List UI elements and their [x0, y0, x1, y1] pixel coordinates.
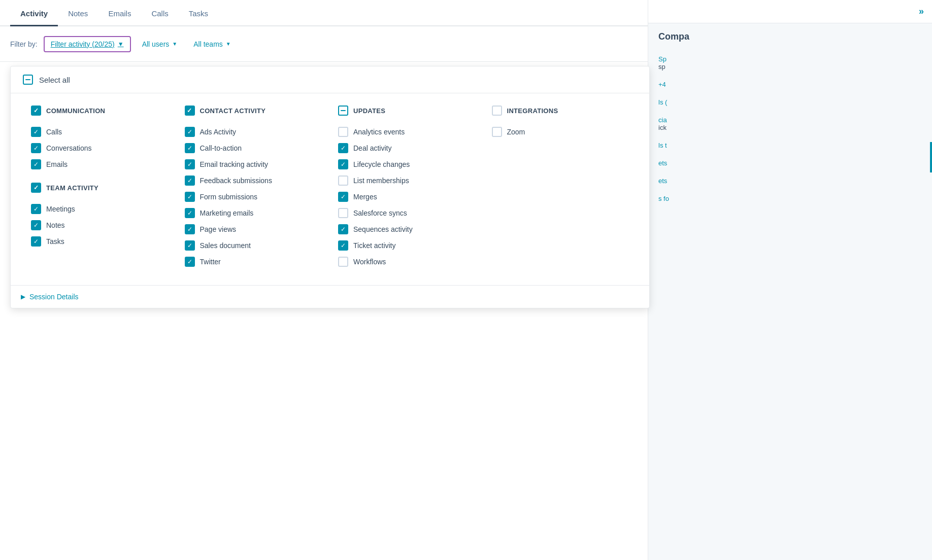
email-tracking-label: Email tracking activity: [200, 160, 269, 168]
communication-column: ✓ COMMUNICATION ✓ Calls ✓ Conversations …: [23, 106, 177, 270]
notes-label: Notes: [46, 221, 65, 229]
filter-activity-label: Filter activity (20/25): [51, 40, 115, 48]
sidebar-right-item: +4: [648, 76, 932, 93]
integrations-column: INTEGRATIONS Zoom: [484, 106, 638, 270]
tab-notes[interactable]: Notes: [58, 1, 98, 26]
session-details-label: Session Details: [29, 293, 79, 301]
list-item[interactable]: ✓ Call-to-action: [185, 140, 322, 156]
lifecycle-changes-label: Lifecycle changes: [353, 160, 410, 168]
updates-checkbox[interactable]: [338, 106, 348, 116]
ticket-activity-label: Ticket activity: [353, 241, 396, 250]
list-item[interactable]: ✓ Deal activity: [338, 140, 476, 156]
list-item[interactable]: ✓ Marketing emails: [185, 205, 322, 221]
list-item[interactable]: Workflows: [338, 254, 476, 270]
list-item[interactable]: ✓ Twitter: [185, 254, 322, 270]
list-memberships-checkbox[interactable]: [338, 176, 348, 186]
list-item[interactable]: Analytics events: [338, 124, 476, 140]
team-activity-checkbox[interactable]: ✓: [31, 183, 41, 193]
select-all-row[interactable]: Select all: [11, 66, 649, 93]
list-item[interactable]: ✓ Feedback submissions: [185, 172, 322, 189]
chevron-right-icon: ▶: [21, 293, 25, 300]
integrations-checkbox[interactable]: [492, 106, 502, 116]
zoom-checkbox[interactable]: [492, 127, 502, 137]
select-all-checkbox[interactable]: [23, 75, 33, 85]
filter-activity-arrow: ▼: [118, 41, 124, 48]
twitter-label: Twitter: [200, 258, 221, 266]
filter-by-label: Filter by:: [10, 40, 38, 48]
email-tracking-checkbox[interactable]: ✓: [185, 159, 195, 169]
analytics-events-checkbox[interactable]: [338, 127, 348, 137]
workflows-checkbox[interactable]: [338, 257, 348, 267]
ads-activity-label: Ads Activity: [200, 128, 237, 136]
form-submissions-checkbox[interactable]: ✓: [185, 192, 195, 202]
conversations-checkbox[interactable]: ✓: [31, 143, 41, 153]
select-all-label: Select all: [39, 76, 70, 84]
contact-activity-checkbox[interactable]: ✓: [185, 106, 195, 116]
deal-activity-label: Deal activity: [353, 144, 391, 152]
right-sidebar: » Compa Spsp +4 ls ( ciaick ls t ets ets…: [648, 0, 932, 560]
list-item[interactable]: ✓ Emails: [31, 156, 169, 172]
meetings-label: Meetings: [46, 205, 75, 213]
list-item[interactable]: ✓ Lifecycle changes: [338, 156, 476, 172]
tasks-checkbox[interactable]: ✓: [31, 236, 41, 247]
tab-activity[interactable]: Activity: [10, 1, 58, 26]
calls-checkbox[interactable]: ✓: [31, 127, 41, 137]
list-item[interactable]: ✓ Meetings: [31, 201, 169, 217]
list-item[interactable]: ✓ Ads Activity: [185, 124, 322, 140]
emails-checkbox[interactable]: ✓: [31, 159, 41, 169]
sequences-activity-checkbox[interactable]: ✓: [338, 224, 348, 234]
activity-filter-dropdown-panel: Select all ✓ COMMUNICATION ✓ Calls ✓ Con…: [10, 66, 650, 308]
list-item[interactable]: ✓ Form submissions: [185, 189, 322, 205]
twitter-checkbox[interactable]: ✓: [185, 257, 195, 267]
communication-items: ✓ Calls ✓ Conversations ✓ Emails: [31, 124, 169, 172]
filter-activity-button[interactable]: Filter activity (20/25) ▼: [44, 36, 131, 52]
sidebar-company-label: Compa: [648, 23, 932, 46]
form-submissions-label: Form submissions: [200, 193, 258, 201]
sidebar-right-items: Spsp +4 ls ( ciaick ls t ets ets s fo: [648, 46, 932, 212]
list-item[interactable]: ✓ Sales document: [185, 237, 322, 254]
deal-activity-checkbox[interactable]: ✓: [338, 143, 348, 153]
list-item[interactable]: Zoom: [492, 124, 629, 140]
tab-emails[interactable]: Emails: [98, 1, 141, 26]
all-teams-dropdown[interactable]: All teams ▼: [188, 37, 236, 51]
tab-calls[interactable]: Calls: [141, 1, 178, 26]
sales-document-label: Sales document: [200, 241, 251, 250]
list-item[interactable]: ✓ Merges: [338, 189, 476, 205]
contact-activity-header: ✓ CONTACT ACTIVITY: [185, 106, 322, 116]
ticket-activity-checkbox[interactable]: ✓: [338, 240, 348, 251]
contact-activity-label: CONTACT ACTIVITY: [200, 107, 266, 115]
calls-label: Calls: [46, 128, 62, 136]
list-item[interactable]: ✓ Page views: [185, 221, 322, 237]
sidebar-expand-icon[interactable]: »: [919, 6, 924, 17]
list-item[interactable]: List memberships: [338, 172, 476, 189]
integrations-label: INTEGRATIONS: [507, 107, 558, 115]
list-item[interactable]: ✓ Calls: [31, 124, 169, 140]
updates-header: UPDATES: [338, 106, 476, 116]
list-item[interactable]: ✓ Email tracking activity: [185, 156, 322, 172]
call-to-action-checkbox[interactable]: ✓: [185, 143, 195, 153]
notes-checkbox[interactable]: ✓: [31, 220, 41, 230]
tab-tasks[interactable]: Tasks: [179, 1, 218, 26]
marketing-emails-checkbox[interactable]: ✓: [185, 208, 195, 218]
categories-grid: ✓ COMMUNICATION ✓ Calls ✓ Conversations …: [11, 93, 649, 285]
all-users-arrow: ▼: [172, 41, 177, 47]
list-item[interactable]: ✓ Ticket activity: [338, 237, 476, 254]
page-views-checkbox[interactable]: ✓: [185, 224, 195, 234]
list-item[interactable]: ✓ Notes: [31, 217, 169, 233]
list-item[interactable]: ✓ Sequences activity: [338, 221, 476, 237]
session-details-row[interactable]: ▶ Session Details: [11, 285, 649, 308]
meetings-checkbox[interactable]: ✓: [31, 204, 41, 214]
updates-label: UPDATES: [353, 107, 385, 115]
salesforce-syncs-checkbox[interactable]: [338, 208, 348, 218]
list-item[interactable]: ✓ Tasks: [31, 233, 169, 250]
sales-document-checkbox[interactable]: ✓: [185, 240, 195, 251]
integrations-header: INTEGRATIONS: [492, 106, 629, 116]
feedback-checkbox[interactable]: ✓: [185, 176, 195, 186]
ads-activity-checkbox[interactable]: ✓: [185, 127, 195, 137]
all-users-dropdown[interactable]: All users ▼: [137, 37, 183, 51]
list-item[interactable]: ✓ Conversations: [31, 140, 169, 156]
list-item[interactable]: Salesforce syncs: [338, 205, 476, 221]
communication-checkbox[interactable]: ✓: [31, 106, 41, 116]
merges-checkbox[interactable]: ✓: [338, 192, 348, 202]
lifecycle-changes-checkbox[interactable]: ✓: [338, 159, 348, 169]
